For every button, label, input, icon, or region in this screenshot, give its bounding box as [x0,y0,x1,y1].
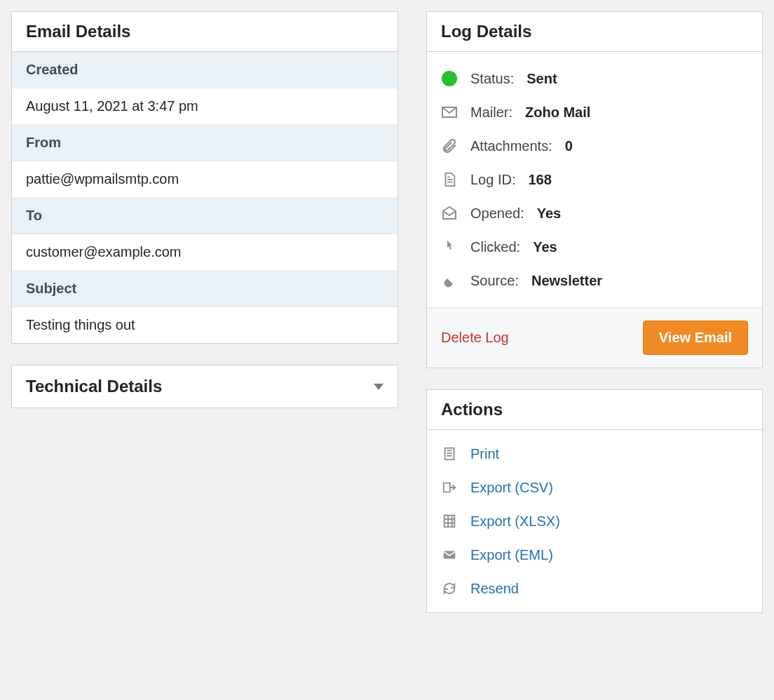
source-label: Source: [470,273,519,289]
technical-details-toggle[interactable]: Technical Details [11,365,398,408]
open-envelope-icon [441,205,458,222]
export-csv-link[interactable]: Export (CSV) [470,480,553,496]
envelope-icon [441,104,458,121]
technical-details-title: Technical Details [26,377,162,396]
export-eml-link[interactable]: Export (EML) [470,547,553,563]
action-export-xlsx[interactable]: Export (XLSX) [441,504,748,538]
email-details-title: Email Details [12,12,398,52]
opened-label: Opened: [470,206,524,222]
status-label: Status: [470,71,514,87]
document-icon [441,171,458,188]
from-label: From [12,125,398,161]
action-export-eml[interactable]: Export (EML) [441,538,748,572]
chevron-down-icon [374,384,383,390]
action-print[interactable]: Print [441,437,748,471]
plug-icon [441,272,458,289]
log-details-title: Log Details [427,12,762,52]
logid-row: Log ID: 168 [441,163,748,196]
source-value: Newsletter [531,273,602,289]
paperclip-icon [441,137,458,154]
attachments-row: Attachments: 0 [441,129,748,163]
from-value: pattie@wpmailsmtp.com [12,161,398,198]
logid-label: Log ID: [470,172,515,188]
delete-log-link[interactable]: Delete Log [441,330,509,346]
action-resend[interactable]: Resend [441,572,748,605]
clicked-label: Clicked: [470,239,520,255]
attachments-value: 0 [565,138,573,154]
log-details-panel: Log Details Status: Sent Mailer: Zoho Ma… [426,11,763,368]
subject-label: Subject [12,271,398,307]
status-dot-icon [441,70,458,87]
mailer-value: Zoho Mail [525,105,590,121]
to-value: customer@example.com [12,234,398,271]
logid-value: 168 [528,172,551,188]
mailer-row: Mailer: Zoho Mail [441,95,748,129]
clicked-value: Yes [533,239,557,255]
resend-link[interactable]: Resend [470,581,519,597]
status-value: Sent [527,71,557,87]
mail-icon [441,546,458,563]
actions-title: Actions [427,390,762,430]
created-label: Created [12,52,398,88]
export-xlsx-link[interactable]: Export (XLSX) [470,513,560,530]
source-row: Source: Newsletter [441,264,748,297]
svg-rect-1 [444,516,455,527]
print-link[interactable]: Print [470,446,499,462]
mailer-label: Mailer: [470,105,512,121]
opened-row: Opened: Yes [441,196,748,230]
email-details-panel: Email Details Created August 11, 2021 at… [11,11,398,344]
action-export-csv[interactable]: Export (CSV) [441,471,748,504]
print-icon [441,445,458,462]
opened-value: Yes [537,206,561,222]
pointer-icon [441,238,458,255]
subject-value: Testing things out [12,307,398,343]
clicked-row: Clicked: Yes [441,230,748,264]
status-row: Status: Sent [441,62,748,95]
created-value: August 11, 2021 at 3:47 pm [12,88,398,125]
refresh-icon [441,580,458,597]
spreadsheet-icon [441,513,458,530]
to-label: To [12,198,398,234]
attachments-label: Attachments: [470,138,552,154]
export-icon [441,479,458,496]
actions-panel: Actions Print Export (CSV) [426,389,763,613]
view-email-button[interactable]: View Email [643,321,748,355]
